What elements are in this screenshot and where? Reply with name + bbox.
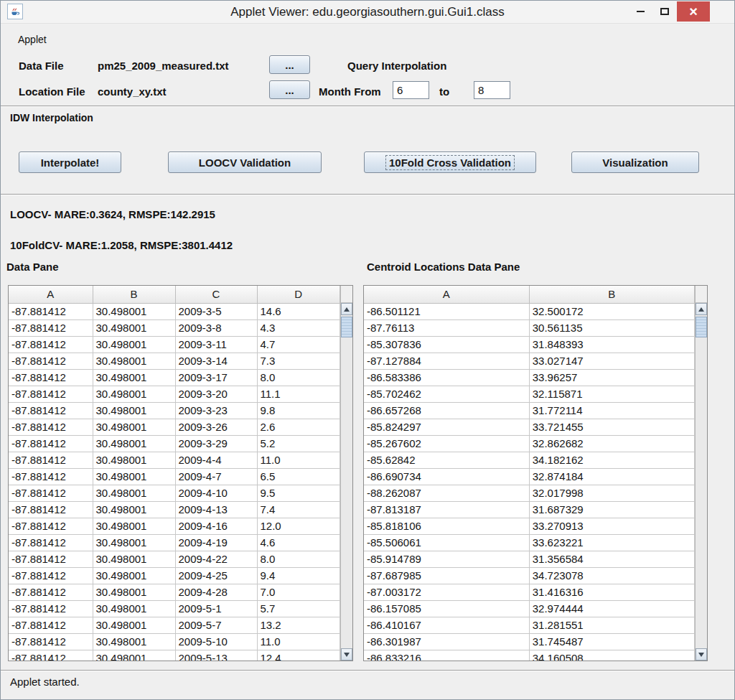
- table-row[interactable]: -86.41016731.281551: [364, 617, 695, 633]
- table-cell[interactable]: 30.498001: [93, 518, 175, 534]
- visualization-button[interactable]: Visualization: [571, 151, 699, 173]
- scrollbar-track[interactable]: [696, 315, 707, 648]
- table-cell[interactable]: 9.4: [257, 567, 340, 584]
- table-row[interactable]: -85.70246232.115871: [364, 386, 695, 402]
- menu-applet[interactable]: Applet: [15, 32, 50, 47]
- table-cell[interactable]: 30.561135: [529, 319, 694, 336]
- table-cell[interactable]: 2009-4-16: [175, 518, 257, 534]
- loocv-validation-button[interactable]: LOOCV Validation: [168, 151, 322, 173]
- table-cell[interactable]: -86.690734: [364, 468, 529, 485]
- table-row[interactable]: -87.12788433.027147: [364, 353, 695, 369]
- table-cell[interactable]: 32.500172: [529, 303, 694, 319]
- table-cell[interactable]: 2009-3-8: [175, 319, 257, 336]
- table-cell[interactable]: -86.583386: [364, 369, 529, 386]
- table-cell[interactable]: 7.0: [257, 584, 340, 600]
- table-cell[interactable]: 4.7: [257, 336, 340, 353]
- table-cell[interactable]: 30.498001: [93, 468, 175, 485]
- table-cell[interactable]: 2009-4-25: [175, 567, 257, 584]
- table-cell[interactable]: 33.623221: [529, 534, 694, 551]
- table-cell[interactable]: -87.881412: [9, 584, 93, 600]
- table-cell[interactable]: -86.157085: [364, 600, 529, 617]
- data-file-browse-button[interactable]: ...: [269, 55, 310, 74]
- table-cell[interactable]: 2009-3-17: [175, 369, 257, 386]
- table-row[interactable]: -87.00317231.416316: [364, 584, 695, 600]
- table-cell[interactable]: 30.498001: [93, 567, 175, 584]
- table-row[interactable]: -86.65726831.772114: [364, 402, 695, 419]
- table-cell[interactable]: -87.881412: [9, 617, 93, 633]
- table-cell[interactable]: -86.410167: [364, 617, 529, 633]
- table-cell[interactable]: 2009-3-14: [175, 353, 257, 369]
- table-cell[interactable]: 30.498001: [93, 353, 175, 369]
- table-cell[interactable]: -85.818106: [364, 518, 529, 534]
- table-cell[interactable]: 30.498001: [93, 650, 175, 661]
- table-cell[interactable]: -85.307836: [364, 336, 529, 353]
- table-row[interactable]: -88.26208732.017998: [364, 485, 695, 501]
- table-cell[interactable]: 2009-3-20: [175, 386, 257, 402]
- table-cell[interactable]: 30.498001: [93, 402, 175, 419]
- table-cell[interactable]: 32.862682: [529, 435, 694, 452]
- table-cell[interactable]: 30.498001: [93, 633, 175, 650]
- table-cell[interactable]: -87.127884: [364, 353, 529, 369]
- table-cell[interactable]: 5.7: [257, 600, 340, 617]
- table-cell[interactable]: 30.498001: [93, 369, 175, 386]
- table-cell[interactable]: 30.498001: [93, 319, 175, 336]
- data-table-vertical-scrollbar[interactable]: [340, 286, 352, 661]
- table-cell[interactable]: 30.498001: [93, 501, 175, 518]
- table-cell[interactable]: 11.0: [257, 452, 340, 468]
- location-file-browse-button[interactable]: ...: [269, 80, 310, 99]
- table-cell[interactable]: -87.76113: [364, 319, 529, 336]
- table-cell[interactable]: 2009-4-19: [175, 534, 257, 551]
- scroll-down-button[interactable]: [341, 648, 352, 661]
- table-cell[interactable]: -87.813187: [364, 501, 529, 518]
- table-row[interactable]: -85.6284234.182162: [364, 452, 695, 468]
- table-cell[interactable]: -86.301987: [364, 633, 529, 650]
- month-to-input[interactable]: [474, 81, 510, 99]
- table-cell[interactable]: -87.003172: [364, 584, 529, 600]
- table-cell[interactable]: 2009-3-23: [175, 402, 257, 419]
- table-row[interactable]: -87.88141230.4980012009-4-287.0: [9, 584, 340, 600]
- table-cell[interactable]: -88.262087: [364, 485, 529, 501]
- table-cell[interactable]: 34.723078: [529, 567, 694, 584]
- table-cell[interactable]: 30.498001: [93, 386, 175, 402]
- table-cell[interactable]: -87.881412: [9, 485, 93, 501]
- table-cell[interactable]: -87.881412: [9, 650, 93, 661]
- table-row[interactable]: -87.88141230.4980012009-4-109.5: [9, 485, 340, 501]
- table-cell[interactable]: -86.833216: [364, 650, 529, 661]
- column-header[interactable]: A: [9, 286, 93, 303]
- table-row[interactable]: -87.88141230.4980012009-3-262.6: [9, 419, 340, 435]
- minimize-button[interactable]: [628, 1, 652, 22]
- scrollbar-track[interactable]: [341, 315, 352, 648]
- table-cell[interactable]: 30.498001: [93, 551, 175, 567]
- interpolate-button[interactable]: Interpolate!: [19, 151, 121, 173]
- table-row[interactable]: -87.88141230.4980012009-4-194.6: [9, 534, 340, 551]
- table-row[interactable]: -87.88141230.4980012009-4-259.4: [9, 567, 340, 584]
- table-cell[interactable]: -85.267602: [364, 435, 529, 452]
- titlebar[interactable]: Applet Viewer: edu.georgiasouthern.gui.G…: [1, 1, 734, 24]
- table-cell[interactable]: 31.745487: [529, 633, 694, 650]
- table-cell[interactable]: -87.881412: [9, 600, 93, 617]
- table-cell[interactable]: 2009-4-28: [175, 584, 257, 600]
- table-row[interactable]: -85.30783631.848393: [364, 336, 695, 353]
- table-cell[interactable]: 13.2: [257, 617, 340, 633]
- table-cell[interactable]: 8.0: [257, 369, 340, 386]
- table-cell[interactable]: 7.4: [257, 501, 340, 518]
- column-header[interactable]: A: [364, 286, 529, 303]
- table-cell[interactable]: -87.881412: [9, 369, 93, 386]
- table-cell[interactable]: 31.848393: [529, 336, 694, 353]
- table-row[interactable]: -87.81318731.687329: [364, 501, 695, 518]
- table-row[interactable]: -85.82429733.721455: [364, 419, 695, 435]
- table-cell[interactable]: 33.027147: [529, 353, 694, 369]
- scroll-down-button[interactable]: [696, 648, 707, 661]
- scroll-up-button[interactable]: [696, 303, 707, 315]
- table-cell[interactable]: 8.0: [257, 551, 340, 567]
- table-cell[interactable]: 34.182162: [529, 452, 694, 468]
- table-row[interactable]: -87.88141230.4980012009-4-1612.0: [9, 518, 340, 534]
- column-header[interactable]: B: [93, 286, 175, 303]
- table-row[interactable]: -87.7611330.561135: [364, 319, 695, 336]
- table-row[interactable]: -86.30198731.745487: [364, 633, 695, 650]
- table-cell[interactable]: -87.687985: [364, 567, 529, 584]
- table-cell[interactable]: -85.506061: [364, 534, 529, 551]
- table-row[interactable]: -87.88141230.4980012009-5-1011.0: [9, 633, 340, 650]
- table-cell[interactable]: 2009-5-10: [175, 633, 257, 650]
- table-cell[interactable]: -87.881412: [9, 567, 93, 584]
